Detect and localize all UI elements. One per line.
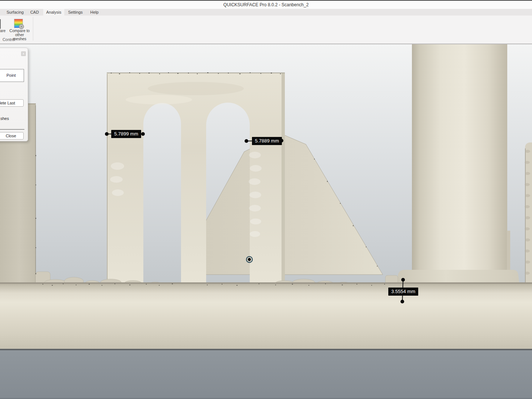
meshes-label: shes: [0, 116, 9, 121]
arch-structure-mesh: [107, 72, 285, 284]
ribbon-group-label: Control: [3, 37, 15, 42]
base-platform-mesh: [0, 282, 532, 399]
cylinder-mesh: [397, 44, 519, 285]
scan-scene: [0, 44, 532, 399]
tab-settings[interactable]: Settings: [64, 9, 86, 16]
measurement-label-1: 5.7899 mm: [111, 130, 141, 138]
tab-help[interactable]: Help: [86, 9, 102, 16]
clipped-icon: [0, 19, 1, 29]
measurement-label-3: 3.5554 mm: [388, 288, 418, 296]
title-bar: QUICKSURFACE Pro 8.0.2 - Scanbench_2: [0, 0, 532, 9]
ribbon: are Compare to other meshes Control: [0, 16, 532, 44]
tab-surfacing[interactable]: Surfacing: [4, 9, 26, 16]
close-icon[interactable]: x: [21, 51, 26, 56]
close-button[interactable]: Close: [0, 132, 24, 140]
menu-bar: Surfacing CAD Analysis Settings Help: [0, 9, 532, 16]
tab-cad[interactable]: CAD: [26, 9, 43, 16]
compare-to-other-meshes-button[interactable]: Compare to other meshes: [7, 18, 32, 40]
ribbon-separator: [33, 17, 33, 41]
measure-dialog: x Point lete Last shes Close: [0, 48, 28, 141]
dialog-separator: [0, 129, 24, 130]
measurement-label-2: 5.7889 mm: [252, 137, 282, 145]
knurled-column-mesh: [525, 142, 532, 284]
point-button[interactable]: Point: [0, 69, 24, 82]
clipped-compare-button[interactable]: are: [0, 28, 6, 33]
delete-last-button[interactable]: lete Last: [0, 99, 24, 107]
viewport-3d[interactable]: 5.7899 mm 5.7889 mm 3.5554 mm: [0, 44, 532, 399]
tab-analysis[interactable]: Analysis: [43, 9, 64, 16]
window-title: QUICKSURFACE Pro 8.0.2 - Scanbench_2: [0, 2, 532, 7]
